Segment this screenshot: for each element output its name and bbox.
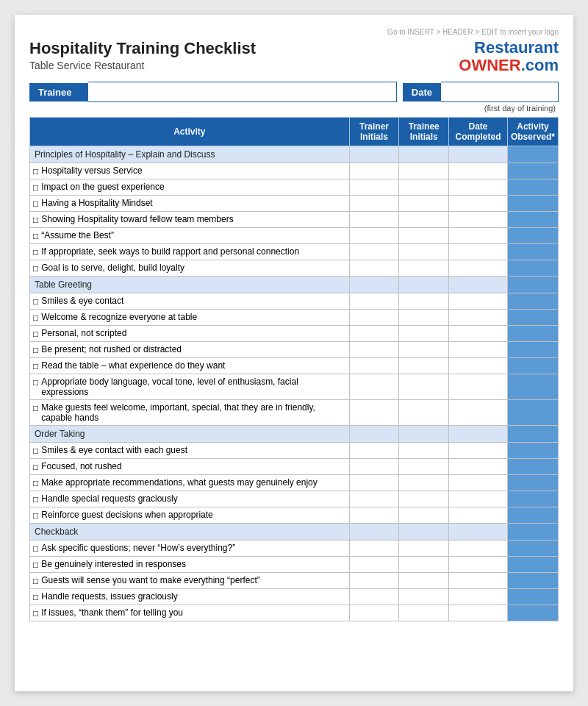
- trainee-input[interactable]: [88, 82, 397, 102]
- checkbox-icon[interactable]: □: [33, 263, 38, 274]
- checkbox-icon[interactable]: □: [33, 478, 38, 488]
- date-input[interactable]: [441, 82, 559, 102]
- table-row: □ Smiles & eye contact: [30, 293, 559, 310]
- section-observed: [507, 524, 558, 541]
- item-trainer-initials: [349, 589, 399, 605]
- section-title: Table Greeting: [30, 277, 350, 293]
- item-observed: [507, 475, 558, 491]
- item-label: Guests will sense you want to make every…: [41, 575, 259, 585]
- item-trainee-initials: [399, 541, 449, 557]
- checkbox-icon[interactable]: □: [33, 313, 38, 323]
- item-date-completed: [449, 443, 508, 459]
- section-trainee: [399, 146, 449, 163]
- item-observed: [507, 589, 558, 605]
- section-title: Order Taking: [30, 426, 350, 443]
- item-observed: [507, 459, 558, 475]
- table-row: □ If issues, “thank them” for telling yo…: [30, 605, 559, 621]
- item-label: Reinforce guest decisions when appropria…: [41, 510, 212, 520]
- table-row: □ Read the table – what experience do th…: [30, 358, 559, 374]
- item-trainee-initials: [399, 573, 449, 589]
- item-date-completed: [449, 374, 508, 400]
- checkbox-icon[interactable]: □: [33, 543, 38, 554]
- checkbox-icon[interactable]: □: [33, 403, 38, 413]
- checkbox-icon[interactable]: □: [33, 199, 38, 209]
- item-label: Hospitality versus Service: [41, 165, 142, 176]
- checkbox-icon[interactable]: □: [33, 296, 38, 307]
- item-trainer-initials: [349, 475, 399, 491]
- section-observed: [507, 426, 558, 443]
- item-trainer-initials: [349, 400, 399, 426]
- item-trainer-initials: [349, 326, 399, 342]
- checkbox-icon[interactable]: □: [33, 608, 38, 618]
- checklist-table: Activity Trainer Initials Trainee Initia…: [29, 117, 559, 621]
- logo-owner-text: OWNER: [459, 56, 520, 74]
- item-trainee-initials: [399, 443, 449, 459]
- item-activity: □ Impact on the guest experience: [30, 179, 350, 196]
- item-trainee-initials: [399, 400, 449, 426]
- item-activity: □ Read the table – what experience do th…: [30, 358, 350, 374]
- item-activity: □ Smiles & eye contact: [30, 293, 350, 310]
- checkbox-icon[interactable]: □: [33, 361, 38, 371]
- section-observed: [507, 277, 558, 293]
- checkbox-icon[interactable]: □: [33, 377, 38, 388]
- checkbox-icon[interactable]: □: [33, 166, 38, 176]
- item-trainer-initials: [349, 293, 399, 310]
- item-date-completed: [449, 605, 508, 621]
- logo-dotcom: .com: [521, 56, 559, 74]
- item-trainee-initials: [399, 605, 449, 621]
- item-activity: □ Goal is to serve, delight, build loyal…: [30, 260, 350, 277]
- checkbox-icon[interactable]: □: [33, 462, 38, 472]
- checkbox-icon[interactable]: □: [33, 592, 38, 602]
- item-trainer-initials: [349, 541, 399, 557]
- item-label: If appropriate, seek ways to build rappo…: [41, 246, 299, 257]
- table-row: □ Guests will sense you want to make eve…: [30, 573, 559, 589]
- header-trainer-initials: Trainer Initials: [349, 118, 399, 146]
- item-observed: [507, 507, 558, 524]
- checkbox-icon[interactable]: □: [33, 560, 38, 570]
- item-label: Showing Hospitality toward fellow team m…: [41, 214, 233, 224]
- item-date-completed: [449, 260, 508, 277]
- logo-owner: OWNER.com: [459, 57, 559, 74]
- table-row: □ Handle requests, issues graciously: [30, 589, 559, 605]
- item-date-completed: [449, 459, 508, 475]
- item-trainee-initials: [399, 260, 449, 277]
- item-label: Having a Hospitality Mindset: [41, 198, 152, 208]
- header-activity: Activity: [30, 118, 350, 146]
- item-activity: □ Be genuinely interested in responses: [30, 557, 350, 573]
- table-row: □ Having a Hospitality Mindset: [30, 196, 559, 212]
- item-date-completed: [449, 326, 508, 342]
- checkbox-icon[interactable]: □: [33, 329, 38, 339]
- table-row: □ Showing Hospitality toward fellow team…: [30, 212, 559, 228]
- checkbox-icon[interactable]: □: [33, 345, 38, 355]
- checkbox-icon[interactable]: □: [33, 446, 38, 456]
- item-trainer-initials: [349, 358, 399, 374]
- item-trainee-initials: [399, 358, 449, 374]
- checkbox-icon[interactable]: □: [33, 510, 38, 521]
- item-trainer-initials: [349, 573, 399, 589]
- item-trainee-initials: [399, 557, 449, 573]
- checkbox-icon[interactable]: □: [33, 247, 38, 257]
- section-trainee: [399, 426, 449, 443]
- item-label: Appropriate body language, vocal tone, l…: [41, 377, 345, 397]
- checkbox-icon[interactable]: □: [33, 215, 38, 225]
- item-activity: □ Showing Hospitality toward fellow team…: [30, 212, 350, 228]
- item-date-completed: [449, 228, 508, 244]
- header-date-completed: Date Completed: [449, 118, 508, 146]
- item-activity: □ Appropriate body language, vocal tone,…: [30, 374, 350, 400]
- item-trainer-initials: [349, 557, 399, 573]
- checkbox-icon[interactable]: □: [33, 576, 38, 586]
- table-row: □ If appropriate, seek ways to build rap…: [30, 244, 559, 260]
- checkbox-icon[interactable]: □: [33, 182, 38, 193]
- item-trainee-initials: [399, 179, 449, 196]
- item-label: Read the table – what experience do they…: [41, 360, 225, 371]
- checkbox-icon[interactable]: □: [33, 494, 38, 504]
- item-label: Goal is to serve, delight, build loyalty: [41, 263, 184, 273]
- item-date-completed: [449, 400, 508, 426]
- checkbox-icon[interactable]: □: [33, 231, 38, 241]
- section-date: [449, 277, 508, 293]
- item-trainee-initials: [399, 228, 449, 244]
- section-row: Order Taking: [30, 426, 559, 443]
- header-row: Hospitality Training Checklist Table Ser…: [29, 39, 559, 74]
- section-date: [449, 524, 508, 541]
- date-label: Date: [403, 83, 441, 101]
